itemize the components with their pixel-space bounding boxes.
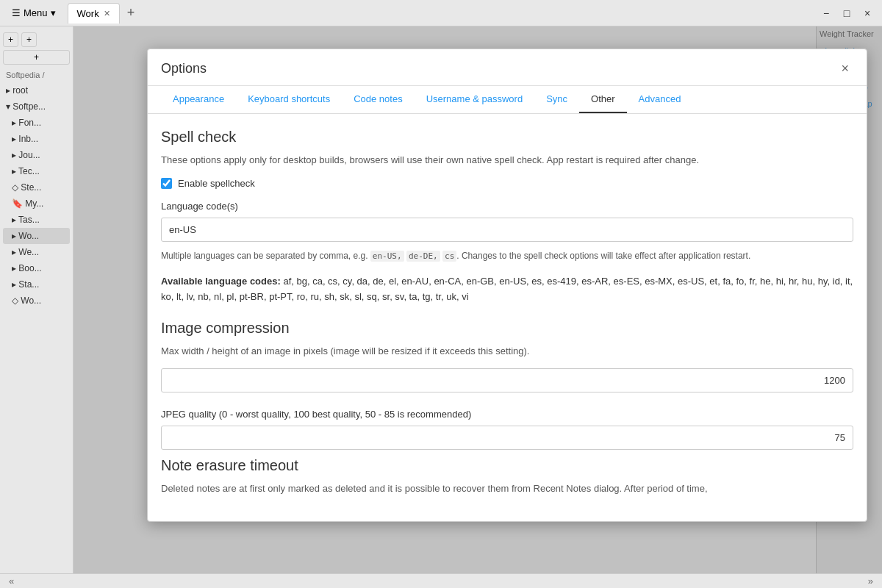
tab-username-password[interactable]: Username & password xyxy=(415,86,535,113)
enable-spellcheck-label: Enable spellcheck xyxy=(178,178,255,189)
tab-label: Work xyxy=(77,8,99,19)
jpeg-quality-label: JPEG quality (0 - worst quality, 100 bes… xyxy=(161,409,853,420)
sidebar: + + + Softpedia / ▸ root ▾ Softpe... ▸ F… xyxy=(0,26,74,573)
sidebar-back-button[interactable]: + xyxy=(3,32,18,47)
app-body: + + + Softpedia / ▸ root ▾ Softpe... ▸ F… xyxy=(0,26,882,573)
title-bar: ☰ Menu ▾ Work ✕ + − □ × xyxy=(0,0,882,26)
note-erasure-section: Note erasure timeout Deleted notes are a… xyxy=(161,457,853,496)
tab-bar: Work ✕ + xyxy=(68,3,811,24)
menu-button[interactable]: ☰ Menu ▾ xyxy=(6,4,62,21)
sidebar-item-we[interactable]: ▸ We... xyxy=(3,244,70,260)
minimize-button[interactable]: − xyxy=(817,4,835,22)
sidebar-forward-button[interactable]: + xyxy=(21,32,37,47)
sidebar-item-tec[interactable]: ▸ Tec... xyxy=(3,163,70,179)
enable-spellcheck-checkbox[interactable] xyxy=(161,178,172,189)
spell-check-description: These options apply only for desktop bui… xyxy=(161,153,853,168)
max-image-size-input[interactable] xyxy=(161,368,853,392)
tab-advanced[interactable]: Advanced xyxy=(627,86,693,113)
tab-keyboard-shortcuts[interactable]: Keyboard shortcuts xyxy=(236,86,342,113)
modal-close-button[interactable]: × xyxy=(836,60,853,78)
sidebar-item-root[interactable]: ▸ root xyxy=(3,82,70,98)
note-erasure-description: Deleted notes are at first only marked a… xyxy=(161,481,853,496)
spell-check-title: Spell check xyxy=(161,129,853,146)
tab-other[interactable]: Other xyxy=(579,86,627,113)
options-modal: Options × Appearance Keyboard shortcuts … xyxy=(147,49,867,522)
window-controls: − □ × xyxy=(817,4,876,22)
new-note-button[interactable]: + xyxy=(3,50,70,65)
modal-body: Spell check These options apply only for… xyxy=(148,114,867,521)
language-code-label: Language code(s) xyxy=(161,201,853,212)
available-codes-text: Available language codes: af, bg, ca, cs… xyxy=(161,274,853,305)
tab-close-icon[interactable]: ✕ xyxy=(104,9,110,18)
sidebar-item-wo2[interactable]: ◇ Wo... xyxy=(3,293,70,309)
bottom-right-button[interactable]: » xyxy=(865,576,876,587)
jpeg-quality-input[interactable] xyxy=(161,426,853,450)
sidebar-item-boo[interactable]: ▸ Boo... xyxy=(3,260,70,276)
image-compression-title: Image compression xyxy=(161,320,853,337)
menu-label: Menu xyxy=(24,7,48,18)
sidebar-item-inb[interactable]: ▸ Inb... xyxy=(3,131,70,147)
tab-sync[interactable]: Sync xyxy=(534,86,579,113)
bottom-left-button[interactable]: « xyxy=(6,576,17,587)
modal-header: Options × xyxy=(148,49,867,86)
main-content: Options × Appearance Keyboard shortcuts … xyxy=(74,26,882,573)
menu-icon: ☰ xyxy=(12,7,21,18)
maximize-button[interactable]: □ xyxy=(838,4,856,22)
sidebar-item-softpe[interactable]: ▾ Softpe... xyxy=(3,98,70,115)
modal-title: Options xyxy=(161,61,207,76)
image-compression-section: Image compression Max width / height of … xyxy=(161,320,853,458)
image-compression-description: Max width / height of an image in pixels… xyxy=(161,344,853,359)
spell-check-section: Spell check These options apply only for… xyxy=(161,129,853,305)
sidebar-breadcrumb: Softpedia / xyxy=(3,68,70,82)
bottom-bar: « » xyxy=(0,573,882,588)
enable-spellcheck-row: Enable spellcheck xyxy=(161,178,853,189)
menu-chevron-icon: ▾ xyxy=(51,7,56,18)
modal-tabs: Appearance Keyboard shortcuts Code notes… xyxy=(148,86,867,114)
language-code-input[interactable] xyxy=(161,218,853,242)
close-window-button[interactable]: × xyxy=(858,4,876,22)
available-codes-label: Available language codes: xyxy=(161,276,281,287)
tab-appearance[interactable]: Appearance xyxy=(161,86,236,113)
sidebar-item-wo1[interactable]: ▸ Wo... xyxy=(3,228,70,244)
new-tab-button[interactable]: + xyxy=(121,4,141,22)
app-background: ☰ Menu ▾ Work ✕ + − □ × + + + S xyxy=(0,0,882,588)
sidebar-item-my[interactable]: 🔖 My... xyxy=(3,196,70,212)
sidebar-item-sta[interactable]: ▸ Sta... xyxy=(3,276,70,293)
tab-code-notes[interactable]: Code notes xyxy=(342,86,415,113)
sidebar-item-tas[interactable]: ▸ Tas... xyxy=(3,212,70,228)
sidebar-item-ste[interactable]: ◇ Ste... xyxy=(3,179,70,196)
sidebar-item-jou[interactable]: ▸ Jou... xyxy=(3,147,70,163)
language-help-text: Multiple languages can be separated by c… xyxy=(161,249,853,263)
note-erasure-title: Note erasure timeout xyxy=(161,457,853,474)
sidebar-item-fon[interactable]: ▸ Fon... xyxy=(3,115,70,131)
work-tab[interactable]: Work ✕ xyxy=(68,3,120,24)
